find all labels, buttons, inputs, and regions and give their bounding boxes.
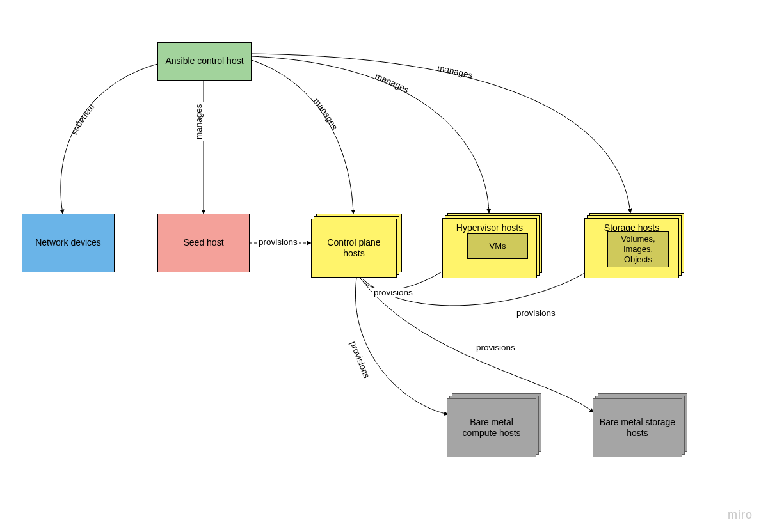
edge-label-provisions-volumes: provisions — [515, 308, 557, 318]
node-label: Network devices — [35, 237, 101, 249]
node-label: Ansible control host — [165, 56, 243, 67]
node-hypervisor-vms: VMs — [467, 233, 528, 259]
node-bm-compute-hosts: Bare metal compute hosts — [447, 398, 536, 457]
edge-label-manages-4: manages — [374, 72, 411, 95]
node-label: Seed host — [183, 237, 223, 249]
node-storage-volumes: Volumes, Images, Objects — [607, 231, 669, 267]
node-label: Volumes, Images, Objects — [612, 234, 664, 265]
edge-label-provisions-bmcompute: provisions — [348, 339, 372, 381]
watermark-miro: miro — [728, 508, 753, 522]
node-label: VMs — [490, 241, 506, 251]
node-label: Control plane hosts — [317, 237, 391, 260]
edge-label-manages-1: manages — [70, 103, 97, 137]
edge-label-provisions-bmstorage: provisions — [475, 343, 516, 352]
node-seed-host: Seed host — [157, 214, 250, 272]
node-control-plane-hosts: Control plane hosts — [311, 219, 397, 278]
node-network-devices: Network devices — [22, 214, 115, 272]
node-label: Hypervisor hosts — [456, 223, 523, 234]
node-label: Bare metal storage hosts — [598, 417, 676, 439]
edge-label-manages-2: manages — [194, 102, 204, 141]
node-label: Bare metal compute hosts — [452, 417, 531, 439]
edge-label-manages-5: manages — [436, 63, 474, 81]
edge-label-provisions-seed: provisions — [257, 237, 299, 247]
edge-label-manages-3: manages — [312, 96, 340, 131]
node-bm-storage-hosts: Bare metal storage hosts — [593, 398, 682, 457]
node-ansible-control-host: Ansible control host — [157, 42, 252, 81]
edge-label-provisions-vms: provisions — [372, 288, 414, 297]
